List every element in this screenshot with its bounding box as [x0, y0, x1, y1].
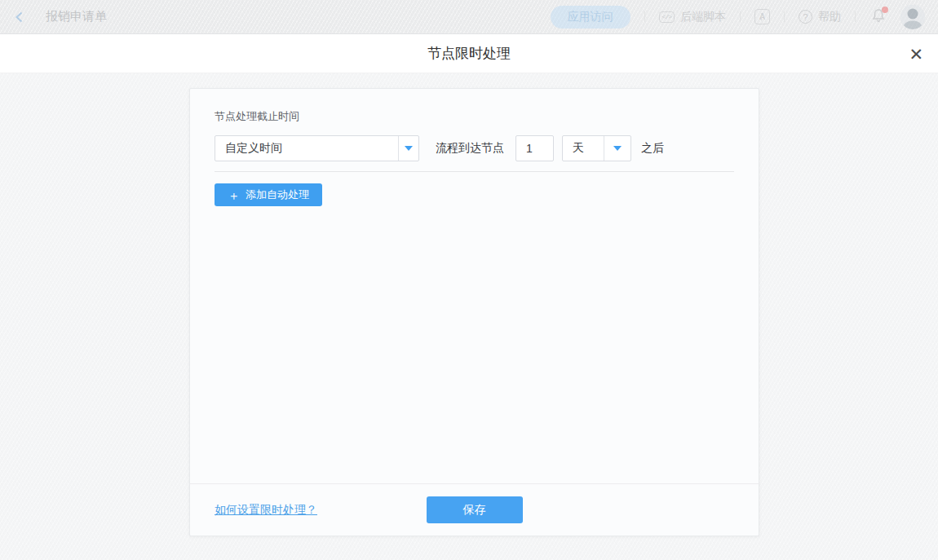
card-content: 节点处理截止时间 自定义时间 流程到达节点 天 [190, 89, 759, 483]
topbar: 报销申请单 应用访问 </> 后端脚本 A ? 帮助 [0, 0, 938, 34]
time-type-selected-value: 自定义时间 [215, 141, 398, 156]
backend-script-label: 后端脚本 [680, 10, 726, 24]
divider [855, 11, 856, 22]
chevron-left-icon [13, 11, 26, 24]
notification-badge [882, 7, 888, 13]
add-auto-process-button[interactable]: ＋ 添加自动处理 [215, 183, 322, 206]
divider [644, 11, 645, 22]
help-link[interactable]: 如何设置限时处理？ [215, 503, 317, 518]
plus-icon: ＋ [228, 189, 240, 201]
chevron-down-icon [398, 136, 418, 161]
help-label: 帮助 [818, 10, 841, 24]
save-button[interactable]: 保存 [427, 496, 523, 523]
time-type-select[interactable]: 自定义时间 [215, 135, 419, 161]
avatar-image [900, 5, 925, 29]
add-auto-process-label: 添加自动处理 [246, 187, 309, 202]
deadline-form-row: 自定义时间 流程到达节点 天 [215, 135, 734, 161]
modal-body: 节点处理截止时间 自定义时间 流程到达节点 天 [0, 73, 938, 560]
duration-input[interactable] [515, 135, 554, 161]
app-access-button[interactable]: 应用访问 [551, 6, 630, 29]
app-root: 报销申请单 应用访问 </> 后端脚本 A ? 帮助 [0, 0, 938, 560]
question-icon: ? [799, 10, 812, 24]
back-button[interactable] [13, 11, 26, 24]
divider [740, 11, 741, 22]
code-icon: </> [659, 11, 675, 23]
triangle-glyph [405, 146, 413, 151]
settings-card: 节点处理截止时间 自定义时间 流程到达节点 天 [189, 88, 759, 536]
contacts-icon-letter: A [759, 12, 765, 21]
avatar[interactable] [900, 5, 925, 29]
row-divider [215, 171, 734, 172]
unit-selected-value: 天 [563, 141, 604, 156]
triangle-glyph [613, 146, 622, 151]
unit-select[interactable]: 天 [562, 135, 631, 161]
after-label: 之后 [641, 141, 664, 156]
divider [784, 11, 785, 22]
backend-script-button[interactable]: </> 后端脚本 [659, 10, 726, 24]
topbar-actions: 应用访问 </> 后端脚本 A ? 帮助 [551, 5, 925, 29]
card-footer: 如何设置限时处理？ 保存 [190, 483, 759, 536]
close-icon[interactable]: ✕ [907, 43, 925, 64]
modal-title: 节点限时处理 [427, 44, 511, 63]
deadline-section-label: 节点处理截止时间 [215, 108, 734, 125]
node-time-limit-modal: 节点限时处理 ✕ 节点处理截止时间 自定义时间 流程到达节点 [0, 34, 938, 560]
notification-bell-icon[interactable] [871, 8, 886, 26]
help-button[interactable]: ? 帮助 [799, 10, 841, 24]
modal-header: 节点限时处理 ✕ [0, 34, 938, 73]
chevron-down-icon [604, 136, 630, 161]
app-title: 报销申请单 [46, 9, 107, 24]
contacts-icon[interactable]: A [754, 9, 770, 24]
reach-node-label: 流程到达节点 [436, 141, 504, 156]
